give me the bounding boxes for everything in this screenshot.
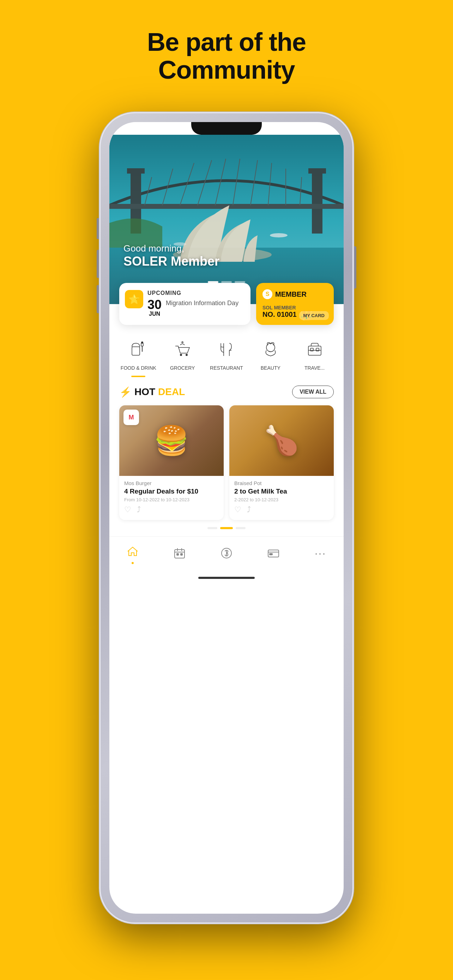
deal-card-mos-burger[interactable]: 🍔 M Mos Burger 4 Regular Deals for $10 F… xyxy=(119,405,224,520)
burger-emoji: 🍔 xyxy=(154,424,189,457)
svg-point-18 xyxy=(270,233,288,237)
side-button-silent xyxy=(97,218,100,239)
share-icon-braised-pot[interactable]: ⤴ xyxy=(247,505,251,514)
hero-overlay: Good morning, SOLER Member xyxy=(124,243,219,269)
side-button-vol-down xyxy=(97,285,100,313)
categories-row: FOOD & DRINK GROCERY xyxy=(110,325,343,383)
grocery-icon xyxy=(170,336,195,361)
side-button-power xyxy=(353,246,356,289)
deal-word: DEAL xyxy=(158,386,185,398)
carrier-name: Service xyxy=(134,127,159,135)
grocery-svg xyxy=(173,340,192,358)
beauty-label: BEAUTY xyxy=(261,365,280,371)
sol-logo: S xyxy=(262,289,272,299)
category-grocery[interactable]: GROCERY xyxy=(161,336,205,377)
deal-title-braised-pot: 2 to Get Milk Tea xyxy=(234,488,329,496)
travel-svg xyxy=(305,340,324,358)
category-travel[interactable]: TRAVE... xyxy=(292,336,337,377)
svg-point-22 xyxy=(141,342,143,344)
beauty-svg xyxy=(261,340,280,358)
notch xyxy=(191,122,262,135)
deal-vendor-braised-pot: Braised Pot xyxy=(234,480,329,486)
deal-date-braised-pot: 2-2022 to 10-12-2023 xyxy=(234,497,329,502)
deal-actions-braised-pot: ♡ ⤴ xyxy=(234,505,329,514)
hero-banner: Good morning, SOLER Member xyxy=(110,135,343,304)
phone-screen: Service ⊕ ▉ xyxy=(110,122,343,914)
upcoming-date: 30 JUN xyxy=(148,298,162,317)
food-drink-svg xyxy=(129,340,148,358)
food-drink-active xyxy=(131,376,145,377)
food-drink-icon xyxy=(126,336,151,361)
home-active-dot xyxy=(132,562,134,564)
bottom-navigation: ··· xyxy=(110,536,343,574)
deal-card-braised-pot[interactable]: 🍗 Braised Pot 2 to Get Milk Tea 2-2022 t… xyxy=(229,405,334,520)
deal-carousel-dots xyxy=(119,527,334,529)
sol-member-text: SOL MEMBER xyxy=(262,305,327,310)
signal-area: Service ⊕ xyxy=(122,126,168,135)
share-icon-mos-burger[interactable]: ⤴ xyxy=(137,505,141,514)
svg-rect-30 xyxy=(175,550,184,558)
chicken-emoji: 🍗 xyxy=(264,424,299,457)
hot-word: HOT xyxy=(134,386,155,398)
nav-item-deals[interactable] xyxy=(217,544,236,562)
svg-rect-21 xyxy=(141,343,143,346)
deals-icon xyxy=(217,544,236,562)
svg-rect-28 xyxy=(316,348,319,351)
svg-rect-3 xyxy=(127,168,145,173)
svg-rect-39 xyxy=(270,554,272,555)
phone-mockup: Service ⊕ ▉ xyxy=(100,112,353,924)
category-restaurant[interactable]: RESTAURANT xyxy=(205,336,249,377)
deal-image-braised-pot: 🍗 xyxy=(229,405,334,476)
carousel-dot-2 xyxy=(220,527,233,529)
page-title: Be part of the Community xyxy=(100,28,353,84)
deal-info-braised-pot: Braised Pot 2 to Get Milk Tea 2-2022 to … xyxy=(229,476,334,520)
nav-item-card[interactable] xyxy=(264,544,283,562)
bolt-icon: ⚡ xyxy=(119,386,132,398)
upcoming-card[interactable]: ⭐ UPCOMING 30 JUN Migration Information … xyxy=(119,283,251,325)
deal-image-mos-burger: 🍔 M xyxy=(119,405,224,476)
svg-point-24 xyxy=(186,354,188,356)
carousel-dot-1 xyxy=(207,527,217,529)
nav-item-calendar[interactable] xyxy=(170,544,189,562)
upcoming-icon: ⭐ xyxy=(125,290,143,308)
nav-item-more[interactable]: ··· xyxy=(311,544,329,562)
nav-item-home[interactable] xyxy=(124,542,142,564)
like-icon-mos-burger[interactable]: ♡ xyxy=(124,505,131,514)
hot-deal-section: ⚡ HOT DEAL VIEW ALL 🍔 xyxy=(110,383,343,536)
chicken-food-image: 🍗 xyxy=(229,405,334,476)
page-background: Be part of the Community Service ⊕ xyxy=(100,0,353,924)
svg-rect-34 xyxy=(177,554,178,555)
beauty-icon xyxy=(258,336,283,361)
grocery-label: GROCERY xyxy=(170,365,195,371)
signal-bars-icon xyxy=(122,127,132,134)
my-card-button[interactable]: MY CARD xyxy=(299,311,329,320)
category-beauty[interactable]: BEAUTY xyxy=(248,336,292,377)
upcoming-day: 30 xyxy=(148,298,162,311)
svg-rect-4 xyxy=(312,170,323,234)
svg-rect-35 xyxy=(181,554,183,555)
member-card[interactable]: S MEMBER SOL MEMBER NO. 01001 👑 MY CARD xyxy=(256,283,334,325)
deal-actions-mos-burger: ♡ ⤴ xyxy=(124,505,219,514)
food-drink-label: FOOD & DRINK xyxy=(121,365,156,371)
category-food-drink[interactable]: FOOD & DRINK xyxy=(116,336,161,377)
member-name-text: SOLER Member xyxy=(124,254,219,269)
side-button-vol-up xyxy=(97,250,100,278)
calendar-icon xyxy=(170,544,189,562)
svg-rect-5 xyxy=(308,168,326,173)
like-icon-braised-pot[interactable]: ♡ xyxy=(234,505,241,514)
wifi-icon: ⊕ xyxy=(162,126,168,135)
upcoming-date-row: 30 JUN Migration Information Day xyxy=(148,298,238,317)
more-icon: ··· xyxy=(311,544,329,562)
deals-grid: 🍔 M Mos Burger 4 Regular Deals for $10 F… xyxy=(119,405,334,520)
card-icon xyxy=(264,544,283,562)
view-all-button[interactable]: VIEW ALL xyxy=(292,386,334,398)
svg-point-23 xyxy=(180,354,182,356)
deal-vendor-mos-burger: Mos Burger xyxy=(124,480,219,486)
restaurant-icon xyxy=(214,336,239,361)
restaurant-label: RESTAURANT xyxy=(210,365,243,371)
battery-area: ▉ xyxy=(326,127,331,134)
travel-label: TRAVE... xyxy=(304,365,324,371)
hot-deal-title: ⚡ HOT DEAL xyxy=(119,386,185,398)
svg-rect-20 xyxy=(132,347,140,355)
deal-info-mos-burger: Mos Burger 4 Regular Deals for $10 From … xyxy=(119,476,224,520)
